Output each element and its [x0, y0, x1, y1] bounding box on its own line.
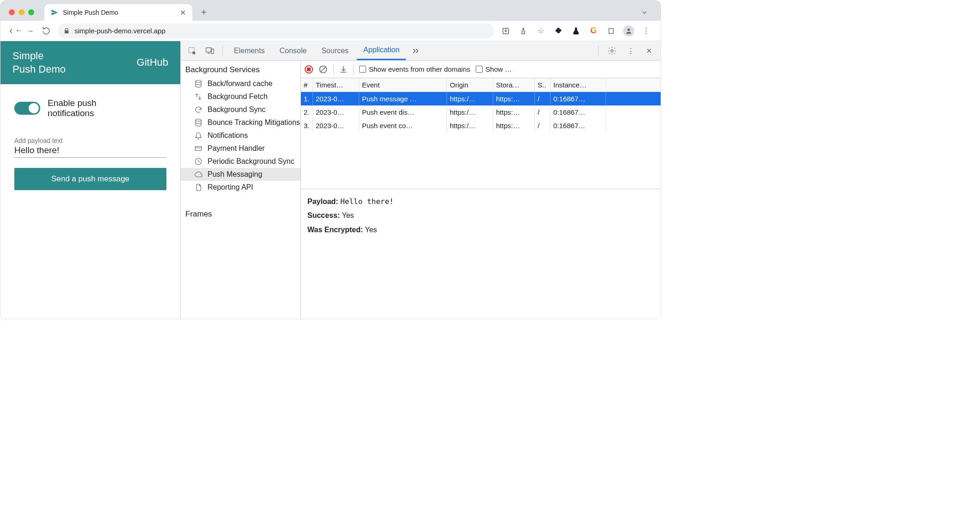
bell-icon	[194, 131, 203, 140]
url-text: simple-push-demo.vercel.app	[74, 27, 165, 35]
svg-point-5	[627, 28, 630, 31]
inspect-icon[interactable]	[184, 46, 200, 56]
table-header: # Timest… Event Origin Stora… S.. Instan…	[301, 78, 661, 92]
reload-button[interactable]	[38, 27, 54, 35]
devtools-menu-icon[interactable]: ⋮	[623, 47, 638, 55]
devtools-close-icon[interactable]: ✕	[641, 47, 657, 55]
new-tab-button[interactable]: ＋	[197, 6, 211, 18]
database-icon	[194, 80, 203, 88]
app-header: Simple Push Demo GitHub	[0, 41, 180, 84]
file-icon	[194, 183, 203, 192]
back-button[interactable]: ←	[7, 26, 23, 36]
extensions-icon[interactable]	[551, 27, 566, 35]
table-row[interactable]: 2. 2023-0… Push event dis… https:/… http…	[301, 105, 661, 119]
browser-tab[interactable]: Simple Push Demo ✕	[44, 4, 192, 21]
labs-icon[interactable]	[568, 27, 584, 35]
detail-success-value: Yes	[342, 211, 354, 219]
more-tabs-icon[interactable]	[408, 46, 423, 56]
database-icon	[194, 118, 203, 127]
sidebar-section-frames: Frames	[181, 205, 300, 222]
clear-icon[interactable]	[318, 65, 328, 74]
github-link[interactable]: GitHub	[137, 56, 168, 69]
toggle-label: Enable push	[48, 98, 97, 108]
svg-point-14	[196, 119, 201, 122]
svg-line-19	[321, 67, 325, 72]
col-timestamp[interactable]: Timest…	[313, 78, 359, 92]
sidebar-item-notifications[interactable]: Notifications	[181, 129, 300, 142]
sidebar-item-bfcache[interactable]: Back/forward cache	[181, 77, 300, 90]
payload-value: Hello there!	[14, 144, 166, 155]
enable-push-toggle[interactable]	[14, 102, 40, 115]
address-bar: ← → simple-push-demo.vercel.app ☆ G ⋮	[0, 21, 661, 41]
profile-icon[interactable]	[621, 25, 637, 37]
close-tab-icon[interactable]: ✕	[180, 8, 186, 17]
app-title: Simple	[12, 49, 66, 63]
detail-payload-value: Hello there!	[340, 197, 394, 206]
lock-icon	[63, 28, 70, 34]
chrome-menu-icon[interactable]: ⋮	[638, 26, 654, 35]
sidebar-item-push[interactable]: Push Messaging	[181, 168, 300, 181]
window-controls	[9, 9, 34, 15]
svg-point-10	[611, 49, 613, 52]
tab-title: Simple Push Demo	[63, 9, 118, 16]
tab-sources[interactable]: Sources	[315, 41, 355, 60]
svg-rect-4	[609, 28, 613, 33]
sidebar-item-reporting[interactable]: Reporting API	[181, 181, 300, 194]
table-row[interactable]: 3. 2023-0… Push event co… https:/… https…	[301, 119, 661, 132]
tab-elements[interactable]: Elements	[227, 41, 271, 60]
col-origin[interactable]: Origin	[447, 78, 493, 92]
detail-payload-label: Payload:	[307, 198, 338, 205]
tab-console[interactable]: Console	[273, 41, 313, 60]
col-instance[interactable]: Instance…	[551, 78, 606, 92]
download-icon[interactable]	[339, 65, 348, 74]
svg-point-11	[196, 80, 201, 83]
webpage: Simple Push Demo GitHub Enable push noti…	[0, 41, 181, 319]
svg-rect-15	[195, 147, 202, 151]
sidebar-item-bg-sync[interactable]: Background Sync	[181, 103, 300, 116]
show-truncated-checkbox[interactable]: Show …	[476, 65, 512, 73]
reading-list-icon[interactable]	[603, 27, 619, 35]
minimize-window-icon[interactable]	[18, 9, 24, 15]
show-other-domains-checkbox[interactable]: Show events from other domains	[359, 65, 470, 73]
record-icon[interactable]	[305, 65, 313, 74]
omnibox[interactable]: simple-push-demo.vercel.app	[58, 24, 494, 38]
col-storage[interactable]: Stora…	[493, 78, 535, 92]
paper-plane-icon	[51, 9, 58, 16]
forward-button[interactable]: →	[23, 27, 38, 35]
detail-encrypted-value: Yes	[365, 226, 377, 234]
sidebar-item-bg-fetch[interactable]: Background Fetch	[181, 90, 300, 103]
tab-application[interactable]: Application	[357, 41, 406, 60]
app-title: Push Demo	[12, 63, 66, 76]
fetch-icon	[194, 93, 203, 101]
cloud-icon	[194, 170, 203, 179]
events-table: # Timest… Event Origin Stora… S.. Instan…	[301, 78, 661, 132]
detail-success-label: Success:	[307, 211, 340, 219]
svg-rect-7	[206, 48, 212, 52]
install-app-icon[interactable]	[498, 27, 514, 35]
devtools-settings-icon[interactable]	[604, 46, 620, 56]
col-event[interactable]: Event	[359, 78, 447, 92]
detail-encrypted-label: Was Encrypted:	[307, 226, 363, 234]
device-toggle-icon[interactable]	[202, 46, 218, 56]
toggle-label: notifications	[48, 108, 97, 118]
sidebar-section-background: Background Services	[181, 61, 300, 77]
send-push-button[interactable]: Send a push message	[14, 168, 166, 190]
tabs-dropdown-icon[interactable]	[637, 9, 652, 16]
col-s[interactable]: S..	[535, 78, 551, 92]
card-icon	[194, 144, 203, 153]
sidebar-item-payment[interactable]: Payment Handler	[181, 142, 300, 155]
browser-tabstrip: Simple Push Demo ✕ ＋	[0, 0, 661, 21]
google-account-icon[interactable]: G	[586, 26, 601, 36]
devtools: Elements Console Sources Application ⋮ ✕…	[181, 41, 661, 319]
col-num[interactable]: #	[301, 78, 313, 92]
bookmark-icon[interactable]: ☆	[533, 26, 549, 35]
payload-input[interactable]: Add payload text Hello there!	[14, 135, 166, 158]
sidebar-item-bounce[interactable]: Bounce Tracking Mitigations	[181, 116, 300, 129]
sidebar-item-periodic[interactable]: Periodic Background Sync	[181, 155, 300, 168]
share-icon[interactable]	[515, 27, 531, 35]
close-window-icon[interactable]	[9, 9, 15, 15]
table-row[interactable]: 1. 2023-0… Push message … https:/… https…	[301, 92, 661, 105]
devtools-tabbar: Elements Console Sources Application ⋮ ✕	[181, 41, 661, 61]
maximize-window-icon[interactable]	[28, 9, 34, 15]
push-toolbar: Show events from other domains Show …	[301, 61, 661, 78]
